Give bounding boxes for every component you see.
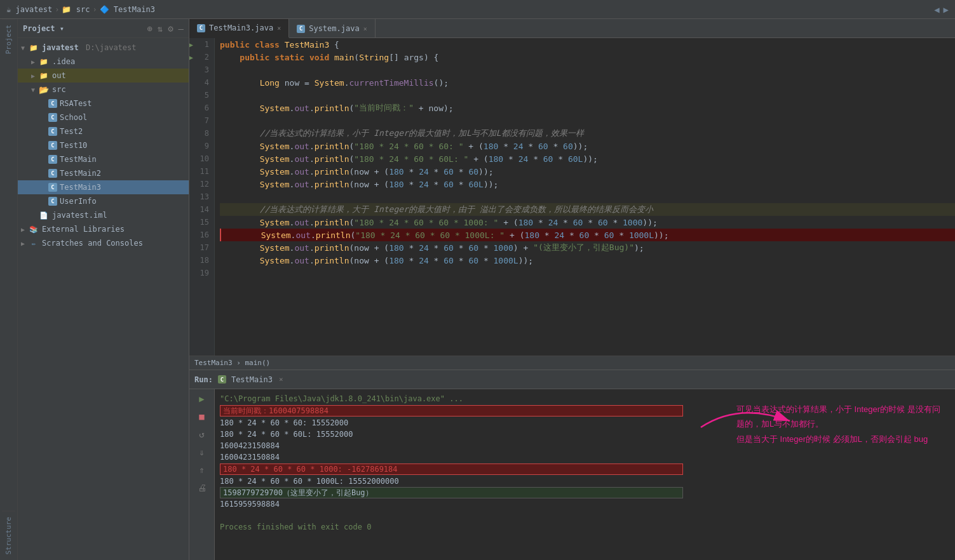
locate-icon[interactable]: ⊕ [147, 23, 152, 34]
gutter-4: 4 [189, 76, 214, 89]
library-icon: 📚 [28, 224, 39, 234]
tree-item-testmain[interactable]: C TestMain [18, 152, 189, 166]
gutter-12: 12 [189, 178, 214, 190]
run-print-btn[interactable]: 🖨 [193, 481, 211, 495]
settings-icon[interactable]: ⚙ [168, 23, 173, 34]
nav-forward[interactable]: ▶ [944, 4, 949, 15]
label-javatest: javatest D:\javatest [42, 43, 137, 52]
label-out: out [52, 71, 66, 80]
gutter-10: 10 [189, 152, 214, 165]
run-output-area: ▶ ■ ↺ ⇓ ⇑ 🖨 "C:\Program Files\Java\jdk1.… [189, 389, 955, 560]
tree-item-javatest[interactable]: ▼ 📁 javatest D:\javatest [18, 41, 189, 55]
vtab-structure[interactable]: Structure [2, 511, 15, 560]
code-line-6: System.out.println("当前时间戳：" + now); [220, 102, 955, 114]
run-stop-btn[interactable]: ■ [193, 410, 211, 423]
run-tab-name[interactable]: TestMain3 [231, 375, 273, 384]
output-line-5: 1600423150884 [220, 451, 683, 463]
output-line-1: 当前时间戳：1600407598884 [220, 405, 683, 417]
code-lines: public class TestMain3 { public static v… [215, 38, 955, 356]
sidebar-actions: ⊕ ⇅ ⚙ — [147, 23, 184, 34]
tree-item-userinfo[interactable]: C UserInfo [18, 194, 189, 208]
tree-item-extlibs[interactable]: ▶ 📚 External Libraries [18, 222, 189, 236]
label-testmain2: TestMain2 [60, 169, 101, 178]
run-tab-icon: C [218, 375, 226, 383]
label-extlibs: External Libraries [42, 225, 125, 234]
run-scroll-up-btn[interactable]: ⇑ [193, 463, 211, 477]
sidebar-header: Project ▾ ⊕ ⇅ ⚙ — [18, 19, 189, 38]
gutter-15: 15 [189, 216, 214, 229]
code-line-7 [220, 114, 955, 127]
run-rerun-btn[interactable]: ↺ [193, 427, 211, 441]
breadcrumb-testmain3: TestMain3 › main() [194, 359, 270, 367]
output-line-2: 180 * 24 * 60 * 60: 15552000 [220, 417, 683, 429]
annotation-area: 可见当表达式的计算结果，小于 Integer的时候 是没有问题的，加L与不加都行… [688, 389, 955, 560]
code-line-19 [220, 267, 955, 279]
run-btn-2[interactable]: ▶ [189, 54, 193, 61]
code-line-16: System.out.println("180 * 24 * 60 * 60 *… [220, 229, 955, 241]
nav-arrows: ◀ ▶ [934, 4, 949, 15]
output-line-7: 180 * 24 * 60 * 60 * 1000L: 15552000000 [220, 476, 683, 487]
sidebar-title: Project ▾ [23, 24, 64, 33]
code-area: ▶1 ▶2 3 4 5 6 7 8 9 10 11 12 13 14 15 16 [189, 38, 955, 356]
folder-icon-src: 📂 [38, 84, 50, 95]
output-command: "C:\Program Files\Java\jdk1.8.0_241\bin\… [220, 393, 683, 404]
output-line-6: 180 * 24 * 60 * 60 * 1000: -1627869184 [220, 463, 683, 475]
code-line-10: System.out.println("180 * 24 * 60 * 60L:… [220, 152, 955, 165]
folder-icon-idea: 📁 [38, 57, 50, 67]
gutter-7: 7 [189, 114, 214, 127]
class-icon-test2: C [48, 127, 57, 136]
arrow-extlibs: ▶ [18, 226, 28, 233]
annotation-line1: 可见当表达式的计算结果，小于 Integer的时候 是没有问题的，加L与不加都行… [736, 402, 945, 432]
label-iml: javatest.iml [52, 211, 107, 220]
class-icon-test10: C [48, 141, 57, 150]
run-scroll-end-btn[interactable]: ⇓ [193, 445, 211, 459]
tree-item-iml[interactable]: 📄 javatest.iml [18, 208, 189, 222]
tree-item-out[interactable]: ▶ 📁 out [18, 69, 189, 83]
code-line-17: System.out.println(now + (180 * 24 * 60 … [220, 241, 955, 254]
tab-testmain3[interactable]: C TestMain3.java × [189, 19, 289, 38]
tab-system[interactable]: C System.java × [289, 19, 376, 38]
gutter-5: 5 [189, 89, 214, 102]
gutter-16: 16 [189, 229, 214, 241]
collapse-icon[interactable]: ⇅ [158, 23, 163, 34]
vtab-project[interactable]: Project [2, 19, 15, 59]
label-userinfo: UserInfo [60, 197, 97, 206]
run-play-btn[interactable]: ▶ [193, 392, 211, 406]
run-tab-close[interactable]: × [279, 375, 283, 383]
tree-item-src[interactable]: ▼ 📂 src [18, 83, 189, 97]
close-sidebar-icon[interactable]: — [179, 23, 184, 34]
breadcrumb-class[interactable]: 🔷 TestMain3 [100, 5, 155, 14]
tab-icon-testmain3: C [197, 24, 205, 32]
nav-back[interactable]: ◀ [934, 4, 939, 15]
output-line-3: 180 * 24 * 60 * 60L: 15552000 [220, 429, 683, 440]
tree-item-scratches[interactable]: ▶ ✏ Scratches and Consoles [18, 236, 189, 250]
code-line-14: //当表达式的计算结果，大于 Integer的最大值时，由于 溢出了会变成负数，… [220, 203, 955, 216]
top-bar: ☕ javatest › 📁 src › 🔷 TestMain3 ◀ ▶ [0, 0, 955, 19]
tree-item-school[interactable]: C School [18, 110, 189, 124]
annotation-line2: 但是当大于 Integer的时候 必须加L，否则会引起 bug [736, 432, 945, 446]
gutter-6: 6 [189, 102, 214, 114]
gutter-8: 8 [189, 127, 214, 140]
tree-item-test10[interactable]: C Test10 [18, 138, 189, 152]
arrow-out: ▶ [28, 72, 38, 79]
tree-item-test2[interactable]: C Test2 [18, 124, 189, 138]
class-icon-testmain: C [48, 155, 57, 164]
run-header: Run: C TestMain3 × [189, 370, 955, 389]
code-editor: ▶1 ▶2 3 4 5 6 7 8 9 10 11 12 13 14 15 16 [189, 38, 955, 370]
arrow-src: ▼ [28, 86, 38, 93]
breadcrumb-src[interactable]: 📁 src [62, 5, 90, 14]
label-src: src [52, 85, 66, 94]
tree-item-idea[interactable]: ▶ 📁 .idea [18, 55, 189, 69]
tree-item-rsatest[interactable]: C RSATest [18, 97, 189, 110]
tree-item-testmain2[interactable]: C TestMain2 [18, 166, 189, 180]
code-line-5 [220, 89, 955, 102]
run-btn-1[interactable]: ▶ [189, 41, 193, 48]
label-scratches: Scratches and Consoles [42, 239, 143, 248]
label-idea: .idea [52, 57, 75, 66]
class-icon-testmain2: C [48, 169, 57, 178]
tab-close-system[interactable]: × [363, 25, 367, 32]
tree-item-testmain3[interactable]: C TestMain3 [18, 180, 189, 194]
arrow-javatest: ▼ [18, 44, 28, 51]
breadcrumb-project[interactable]: ☕ javatest [6, 5, 52, 14]
tab-close-testmain3[interactable]: × [277, 25, 281, 32]
